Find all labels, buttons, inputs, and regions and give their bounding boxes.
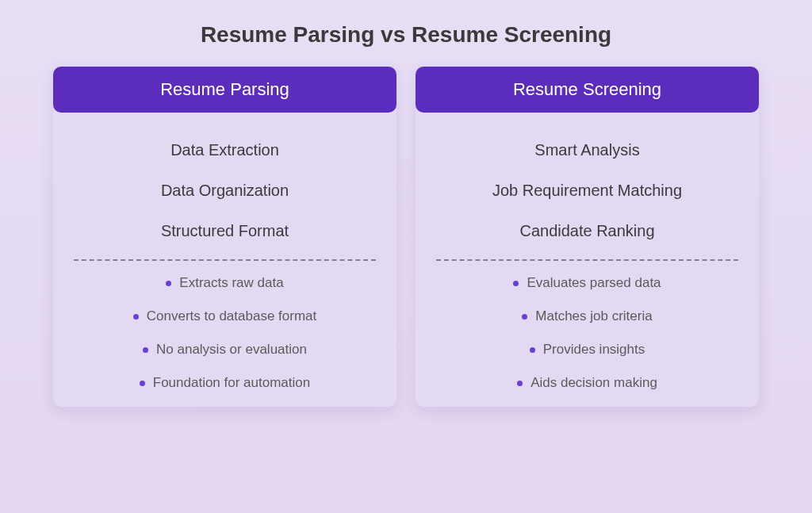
screening-feature: Candidate Ranking xyxy=(519,222,654,240)
bullet-icon xyxy=(530,347,535,353)
bullet-text: Provides insights xyxy=(543,342,645,358)
columns-row: Resume Parsing Data Extraction Data Orga… xyxy=(53,67,759,407)
bullet-icon xyxy=(517,381,523,386)
list-item: Evaluates parsed data xyxy=(513,275,661,291)
list-item: Foundation for automation xyxy=(140,375,310,391)
screening-feature: Job Requirement Matching xyxy=(492,182,682,200)
parsing-feature: Data Extraction xyxy=(170,141,279,159)
divider xyxy=(436,259,738,261)
list-item: Matches job criteria xyxy=(522,308,652,324)
page-title: Resume Parsing vs Resume Screening xyxy=(201,22,611,48)
list-item: Aids decision making xyxy=(517,375,657,391)
parsing-bullets: Extracts raw data Converts to database f… xyxy=(133,275,317,391)
list-item: Converts to database format xyxy=(133,308,317,324)
list-item: Provides insights xyxy=(530,342,645,358)
list-item: Extracts raw data xyxy=(166,275,283,291)
bullet-text: Evaluates parsed data xyxy=(527,275,661,291)
bullet-text: Matches job criteria xyxy=(535,308,652,324)
screening-bullets: Evaluates parsed data Matches job criter… xyxy=(513,275,661,391)
screening-feature: Smart Analysis xyxy=(534,141,639,159)
screening-card-body: Smart Analysis Job Requirement Matching … xyxy=(416,113,759,407)
parsing-feature: Structured Format xyxy=(161,222,289,240)
page-container: Resume Parsing vs Resume Screening Resum… xyxy=(0,0,812,513)
divider xyxy=(74,259,376,261)
bullet-icon xyxy=(140,381,145,386)
bullet-icon xyxy=(522,314,527,320)
screening-card-header: Resume Screening xyxy=(416,67,759,113)
parsing-card-body: Data Extraction Data Organization Struct… xyxy=(53,113,396,407)
bullet-text: Extracts raw data xyxy=(179,275,283,291)
bullet-text: Aids decision making xyxy=(530,375,657,391)
bullet-icon xyxy=(513,281,519,286)
screening-card: Resume Screening Smart Analysis Job Requ… xyxy=(416,67,759,407)
bullet-text: No analysis or evaluation xyxy=(156,342,307,358)
parsing-feature: Data Organization xyxy=(161,182,289,200)
bullet-icon xyxy=(143,347,148,353)
bullet-text: Foundation for automation xyxy=(153,375,310,391)
parsing-card-header: Resume Parsing xyxy=(53,67,396,113)
parsing-card: Resume Parsing Data Extraction Data Orga… xyxy=(53,67,396,407)
bullet-text: Converts to database format xyxy=(147,308,317,324)
bullet-icon xyxy=(133,314,139,320)
bullet-icon xyxy=(166,281,171,286)
list-item: No analysis or evaluation xyxy=(143,342,307,358)
